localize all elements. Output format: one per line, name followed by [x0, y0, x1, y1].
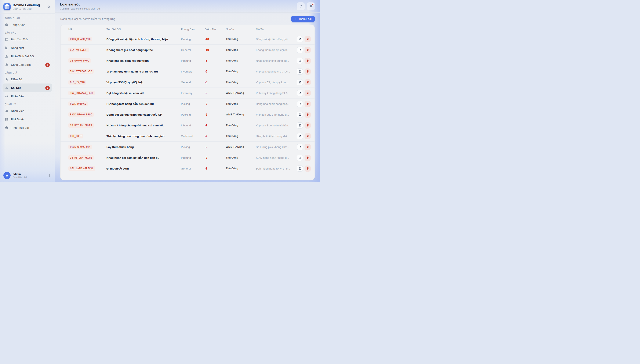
department: General	[181, 167, 205, 170]
table-row: PACK_WRONG_PROCĐóng gói sai quy trình/qu…	[61, 109, 315, 120]
delete-button[interactable]	[305, 144, 311, 150]
table-body: PACK_BRAND_VIOĐóng gói sai vật liệu ảnh …	[61, 34, 315, 174]
column-header: Nguồn	[226, 28, 256, 31]
department: Picking	[181, 146, 205, 148]
edit-button[interactable]	[297, 68, 303, 74]
sidebar-item-bao-cao-tuan[interactable]: Báo Cáo Tuần	[3, 35, 52, 44]
page-subtitle: Cấu hình các loại sai sót & điểm trừ	[60, 7, 100, 10]
edit-button[interactable]	[297, 58, 303, 64]
sidebar-item-sai-sot[interactable]: Sai Sót6	[3, 84, 52, 92]
department: Picking	[181, 102, 205, 106]
trash-icon	[306, 92, 309, 94]
sidebar-item-label: Nhân Viên	[11, 109, 24, 112]
error-name: Hoàn trả hàng cho người mua sai cam kết	[106, 124, 181, 127]
delete-button[interactable]	[305, 122, 311, 128]
table-row: GEN_5S_VIOVi phạm 5S/Nội quy/Kỷ luậtGene…	[61, 77, 315, 88]
edit-icon	[298, 146, 301, 148]
delete-button[interactable]	[305, 47, 311, 53]
sidebar-item-phan-dau[interactable]: Phấn Đấu	[3, 92, 52, 100]
source: WMS Tự Động	[226, 113, 256, 116]
penalty-points: -2	[205, 91, 226, 95]
delete-button[interactable]	[305, 58, 311, 64]
description: Không tham dự sự kiện/h...	[256, 48, 294, 52]
error-code-chip: IB_RETURN_WRONG	[68, 155, 94, 160]
delete-button[interactable]	[305, 166, 311, 172]
description: Xử lý hàng hoàn không đ...	[256, 156, 294, 160]
edit-button[interactable]	[297, 90, 303, 96]
edit-button[interactable]	[297, 166, 303, 172]
source: Thủ Công	[226, 81, 256, 84]
edit-button[interactable]	[297, 144, 303, 150]
sidebar-item-nhan-vien[interactable]: Nhân Viên	[3, 106, 52, 115]
sidebar-item-label: Tổng Quan	[11, 23, 25, 26]
department: Packing	[181, 113, 205, 116]
department: General	[181, 81, 205, 84]
edit-icon	[298, 167, 301, 170]
sidebar-item-label: Năng suất	[11, 46, 24, 50]
edit-button[interactable]	[297, 36, 303, 42]
delete-button[interactable]	[305, 133, 311, 139]
error-name: Lấy thừa/thiếu hàng	[106, 146, 181, 148]
edit-button[interactable]	[297, 112, 303, 118]
source: Thủ Công	[226, 124, 256, 127]
delete-button[interactable]	[305, 68, 311, 74]
chevrons-left-icon[interactable]	[47, 4, 51, 9]
edit-button[interactable]	[297, 79, 303, 86]
delete-button[interactable]	[305, 155, 311, 161]
delete-button[interactable]	[305, 90, 311, 96]
penalty-points: -2	[205, 156, 226, 160]
penalty-points: -2	[205, 102, 226, 106]
sidebar-item-diem-so[interactable]: Điểm Số	[3, 75, 52, 84]
edit-icon	[298, 92, 301, 94]
sidebar-item-tong-quan[interactable]: Tổng Quan	[3, 20, 52, 29]
error-code-chip: PICK_WRONG_QTY	[68, 144, 92, 149]
error-code-chip: INV_PUTAWAY_LATE	[68, 91, 95, 95]
sidebar-item-canh-bao-som[interactable]: Cảnh Báo Sớm6	[3, 60, 52, 69]
edit-button[interactable]	[297, 122, 303, 128]
delete-button[interactable]	[305, 112, 311, 118]
sidebar-nav: TỔNG QUANTổng QuanBÁO CÁOBáo Cáo TuầnNăn…	[0, 14, 55, 169]
edit-button[interactable]	[297, 133, 303, 139]
error-code-chip: GEN_NO_EVENT	[68, 48, 89, 52]
table-row: GEN_LATE_ARRIVALĐi muộn/về sớmGeneral-1T…	[61, 163, 315, 174]
add-type-button[interactable]: Thêm Loại	[291, 16, 315, 22]
delete-button[interactable]	[305, 101, 311, 107]
error-name: Hư hỏng/mất hàng dẫn đến đền bù	[106, 102, 181, 106]
table-row: IB_RETURN_WRONGNhập hoàn sai cam kết dẫn…	[61, 152, 315, 163]
error-name: Đặt hàng lên kệ sai cam kết	[106, 92, 181, 95]
notifications-button[interactable]	[307, 2, 315, 10]
sidebar-item-nang-suat[interactable]: Năng suất	[3, 44, 52, 52]
sidebar-item-phan-tich-sai-sot[interactable]: Phân Tích Sai Sót	[3, 52, 52, 60]
edit-icon	[298, 124, 301, 127]
description: Vi phạm 5S, nội quy kho, ...	[256, 81, 294, 84]
notification-dot	[312, 4, 313, 5]
department: Inventory	[181, 70, 205, 73]
error-code-chip: PACK_BRAND_VIO	[68, 37, 92, 42]
source: Thủ Công	[226, 167, 256, 170]
column-header: Mô Tả	[256, 28, 294, 31]
penalty-points: -5	[205, 80, 226, 84]
sidebar-item-tinh-phuc-loi[interactable]: Tính Phúc Lợi	[3, 124, 52, 132]
sidebar-item-label: Phấn Đấu	[11, 95, 24, 98]
edit-icon	[298, 48, 301, 51]
edit-button[interactable]	[297, 155, 303, 161]
source: Thủ Công	[226, 156, 256, 159]
column-header: Tên Sai Sót	[106, 28, 181, 31]
dots-vertical-icon[interactable]	[47, 174, 51, 177]
dumbbell-icon	[5, 94, 9, 98]
edit-button[interactable]	[297, 47, 303, 53]
table-caption: Danh mục loại sai sót và điểm trừ tương …	[60, 17, 115, 20]
refresh-button[interactable]	[297, 2, 305, 10]
table-row: OUT_LOSTThất lạc hàng hoá trong quá trìn…	[61, 131, 315, 142]
edit-button[interactable]	[297, 101, 303, 107]
source: Thủ Công	[226, 59, 256, 62]
delete-button[interactable]	[305, 36, 311, 42]
sidebar-item-phe-duyet[interactable]: Phê Duyệt	[3, 115, 52, 124]
sidebar: Boxme Levelling Quản Lý Hiệu Suất TỔNG Q…	[0, 0, 55, 182]
error-name: Nhập kho sai cam kết/quy trình	[106, 59, 181, 62]
penalty-points: -2	[205, 145, 226, 148]
sidebar-item-label: Tính Phúc Lợi	[11, 126, 29, 129]
delete-button[interactable]	[305, 79, 311, 86]
app-name: Boxme Levelling	[13, 4, 45, 7]
description: Nhập kho không đúng qu...	[256, 59, 294, 62]
